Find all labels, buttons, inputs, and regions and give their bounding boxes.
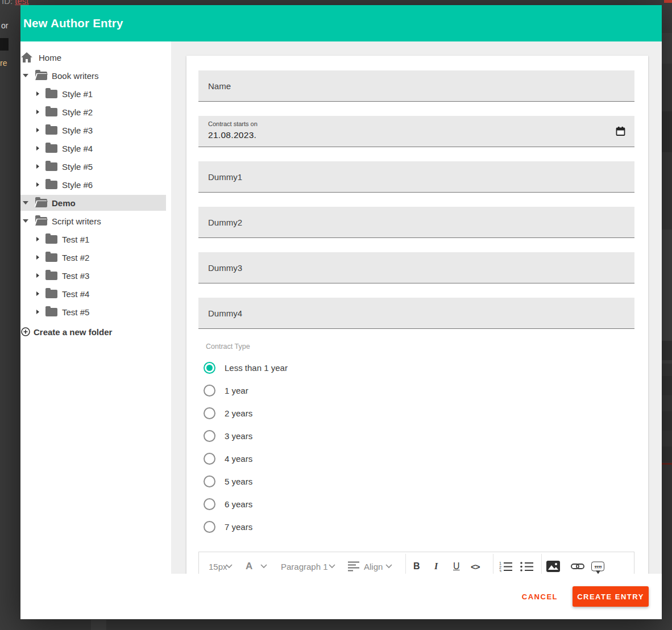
radio-option-label: 2 years [225, 408, 252, 418]
calendar-icon[interactable] [616, 127, 625, 136]
sidebar-item-label: Test #2 [62, 253, 89, 262]
radio-icon[interactable] [204, 475, 215, 487]
font-size-dropdown[interactable]: 15px [209, 562, 227, 571]
chevron-collapsed-icon[interactable] [36, 310, 39, 314]
radio-icon[interactable] [204, 430, 215, 442]
chevron-collapsed-icon[interactable] [36, 146, 39, 151]
sidebar-folder-style-2[interactable]: Style #2 [20, 104, 166, 120]
folder-icon [45, 90, 57, 98]
dialog-header: New Author Entry [20, 5, 662, 41]
date-field-label: Contract starts on [208, 120, 258, 127]
chevron-collapsed-icon[interactable] [36, 164, 39, 169]
italic-button[interactable]: I [434, 561, 438, 571]
insert-link-button[interactable] [571, 562, 584, 570]
chevron-collapsed-icon[interactable] [36, 237, 39, 241]
folder-icon [45, 235, 57, 244]
folder-icon [45, 162, 57, 171]
radio-selected-icon[interactable] [204, 362, 215, 374]
sidebar-folder-book-writers[interactable]: Book writers [20, 68, 166, 84]
sidebar-item-label: Test #3 [62, 271, 89, 281]
cancel-button[interactable]: CANCEL [522, 593, 558, 601]
chevron-collapsed-icon[interactable] [36, 291, 39, 296]
radio-option-5-years[interactable]: 5 years [204, 475, 252, 487]
folder-icon [45, 126, 57, 135]
sidebar-folder-script-writers[interactable]: Script writers [20, 213, 166, 229]
insert-quote-button[interactable]: ”” [591, 562, 604, 571]
chevron-down-icon[interactable] [260, 564, 267, 569]
radio-option-3-years[interactable]: 3 years [204, 430, 252, 442]
chevron-collapsed-icon[interactable] [36, 273, 39, 278]
radio-icon[interactable] [204, 521, 215, 533]
svg-text:2: 2 [499, 565, 501, 569]
sidebar-item-label: Script writers [52, 216, 101, 226]
align-icon[interactable] [348, 561, 359, 572]
sidebar-folder-style-5[interactable]: Style #5 [20, 158, 166, 174]
sidebar-folder-test-4[interactable]: Test #4 [20, 286, 166, 302]
radio-option-6-years[interactable]: 6 years [204, 498, 252, 510]
sidebar-folder-test-1[interactable]: Test #1 [20, 231, 166, 247]
chevron-collapsed-icon[interactable] [36, 182, 39, 187]
sidebar-folder-demo-selected[interactable]: Demo [20, 195, 166, 211]
chevron-collapsed-icon[interactable] [36, 255, 39, 260]
radio-icon[interactable] [204, 498, 215, 510]
sidebar-folder-style-1[interactable]: Style #1 [20, 86, 166, 102]
align-dropdown[interactable]: Align [364, 562, 383, 571]
folder-icon [45, 144, 57, 153]
code-view-button[interactable]: <> [471, 562, 480, 571]
dialog-footer: CANCEL CREATE ENTRY [20, 574, 662, 619]
paragraph-style-dropdown[interactable]: Paragraph 1 [281, 562, 328, 571]
underline-button[interactable]: U [453, 561, 460, 571]
sidebar-item-label: Test #4 [62, 289, 89, 299]
dummy1-field[interactable] [198, 161, 634, 193]
radio-icon[interactable] [204, 453, 215, 465]
name-field[interactable] [198, 70, 634, 102]
sidebar-item-label: Book writers [52, 71, 99, 81]
ordered-list-button[interactable]: 1 2 3 [499, 561, 512, 572]
sidebar-item-label: Test #5 [62, 307, 89, 317]
chevron-collapsed-icon[interactable] [36, 110, 39, 114]
dummy4-field[interactable] [198, 298, 634, 329]
radio-icon[interactable] [204, 407, 215, 419]
background-text-fragment: or [1, 21, 8, 30]
sidebar-item-label: Style #3 [62, 126, 93, 135]
radio-option-7-years[interactable]: 7 years [204, 521, 252, 533]
radio-option-4-years[interactable]: 4 years [204, 453, 252, 465]
contract-starts-on-date-field[interactable]: Contract starts on 21.08.2023. [198, 116, 634, 147]
radio-option-2-years[interactable]: 2 years [204, 407, 252, 419]
sidebar-item-label: Style #4 [62, 144, 93, 153]
radio-icon[interactable] [204, 385, 215, 397]
chevron-down-icon[interactable] [385, 564, 392, 569]
bold-button[interactable]: B [413, 561, 420, 571]
new-author-entry-dialog: New Author Entry Home Book writers Style… [20, 5, 662, 619]
chevron-down-icon[interactable] [329, 564, 335, 569]
create-new-folder-button[interactable]: Create a new folder [20, 324, 166, 340]
sidebar-folder-style-6[interactable]: Style #6 [20, 177, 166, 193]
radio-option-less-than-1-year[interactable]: Less than 1 year [204, 362, 288, 374]
chevron-expanded-icon[interactable] [23, 219, 28, 223]
radio-option-1-year[interactable]: 1 year [204, 385, 248, 397]
sidebar-folder-test-3[interactable]: Test #3 [20, 268, 166, 283]
sidebar-item-label: Style #2 [62, 107, 93, 117]
sidebar-item-label: Style #6 [62, 180, 93, 190]
home-icon [21, 52, 32, 62]
chevron-collapsed-icon[interactable] [36, 91, 39, 96]
sidebar-folder-style-3[interactable]: Style #3 [20, 122, 166, 138]
dummy2-field[interactable] [198, 207, 634, 238]
chevron-expanded-icon[interactable] [23, 201, 28, 205]
text-color-dropdown[interactable]: A [246, 561, 252, 572]
insert-image-button[interactable] [546, 560, 561, 573]
create-entry-button[interactable]: CREATE ENTRY [573, 586, 649, 607]
chevron-collapsed-icon[interactable] [36, 128, 39, 132]
sidebar-folder-test-2[interactable]: Test #2 [20, 249, 166, 265]
sidebar-folder-style-4[interactable]: Style #4 [20, 140, 166, 156]
sidebar-folder-test-5[interactable]: Test #5 [20, 304, 166, 320]
rich-text-editor-toolbar: 15px A Paragraph 1 Align B I U <> [198, 552, 634, 574]
dummy3-field[interactable] [198, 252, 634, 283]
chevron-expanded-icon[interactable] [23, 74, 28, 77]
sidebar-item-label: Style #1 [62, 89, 93, 99]
sidebar-item-home[interactable]: Home [20, 49, 166, 65]
chevron-down-icon[interactable] [226, 564, 233, 569]
unordered-list-button[interactable] [520, 561, 533, 572]
toolbar-separator [541, 554, 542, 574]
radio-option-label: 4 years [225, 454, 252, 464]
